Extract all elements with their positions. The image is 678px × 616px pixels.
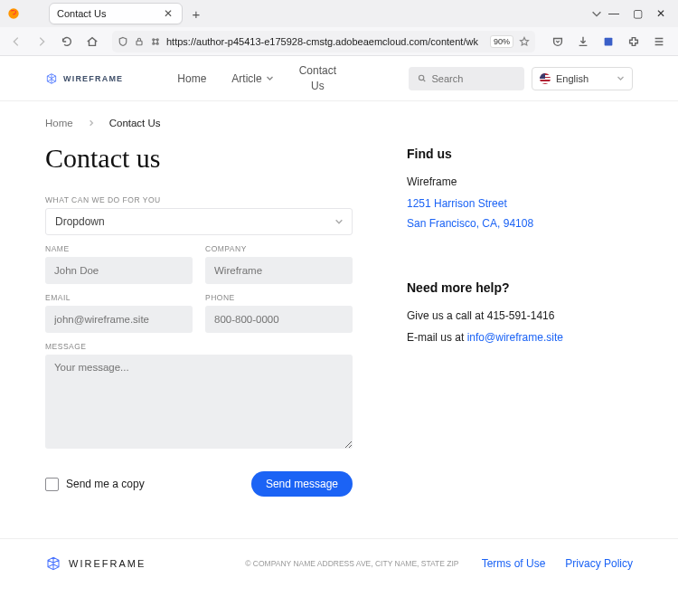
site-brand[interactable]: WIREFRAME [45,72,123,85]
contact-form: Contact us WHAT CAN WE DO FOR YOU Dropdo… [45,137,353,497]
downloads-icon[interactable] [573,31,593,52]
checkbox-label: Send me a copy [66,478,145,490]
new-tab-button[interactable]: + [186,6,206,22]
label-message: MESSAGE [45,342,353,351]
browser-tab[interactable]: Contact Us ✕ [49,3,183,24]
nav-article[interactable]: Article [231,65,273,91]
permissions-icon [150,36,161,47]
email-link[interactable]: info@wireframe.site [467,331,563,344]
chevron-right-icon [88,119,95,127]
search-icon [418,73,426,83]
tab-close-icon[interactable]: ✕ [162,7,174,20]
footer-brand[interactable]: WIREFRAME [45,555,146,572]
terms-link[interactable]: Terms of Use [482,557,546,570]
email-input[interactable] [45,306,193,333]
language-label: English [556,73,589,84]
page-viewport: WIREFRAME Home Article ContactUs English [0,56,678,616]
company-input[interactable] [205,257,353,284]
chevron-down-icon [266,74,274,82]
main-nav: Home Article ContactUs [177,65,336,91]
email-line: E-mail us at info@wireframe.site [407,331,633,344]
tab-bar: Contact Us ✕ + — ▢ ✕ [0,0,678,27]
brand-cube-icon [45,72,58,85]
account-icon[interactable] [598,31,618,52]
zoom-badge[interactable]: 90% [490,35,513,48]
send-copy-checkbox[interactable]: Send me a copy [45,478,145,491]
breadcrumb-current: Contact Us [109,118,161,128]
extensions-icon[interactable] [624,31,644,52]
firefox-logo-icon [4,7,24,20]
search-input[interactable] [431,73,515,84]
pocket-icon[interactable] [548,31,568,52]
page-title: Contact us [45,143,353,174]
close-window-button[interactable]: ✕ [654,7,667,20]
company-name: Wireframe [407,175,633,188]
breadcrumb: Home Contact Us [45,101,633,137]
nav-home[interactable]: Home [177,65,206,91]
svg-point-7 [419,75,423,80]
url-text: https://author-p45413-e175928-cmstg.adob… [166,36,485,47]
brand-text: WIREFRAME [63,74,123,83]
svg-rect-6 [605,37,613,45]
name-input[interactable] [45,257,193,284]
shield-icon [118,36,128,47]
site-footer: WIREFRAME © COMPANY NAME ADDRESS AVE, CI… [0,538,678,599]
minimize-button[interactable]: — [607,7,620,20]
brand-cube-icon [45,555,61,572]
message-textarea[interactable] [45,355,353,449]
address-bar[interactable]: https://author-p45413-e175928-cmstg.adob… [112,31,535,52]
home-button[interactable] [81,31,103,52]
tab-title: Contact Us [57,8,162,19]
site-header: WIREFRAME Home Article ContactUs English [0,56,678,101]
browser-chrome: Contact Us ✕ + — ▢ ✕ https://author-p454… [0,0,678,56]
address-line1-link[interactable]: 1251 Harrison Street [407,197,633,210]
maximize-button[interactable]: ▢ [631,7,644,20]
label-name: NAME [45,244,193,253]
lock-icon [134,36,145,47]
label-phone: PHONE [205,293,353,302]
call-line: Give us a call at 415-591-1416 [407,309,633,322]
bookmark-star-icon[interactable] [519,36,530,47]
checkbox-box[interactable] [45,478,59,491]
footer-links: Terms of Use Privacy Policy [482,557,633,570]
browser-toolbar: https://author-p45413-e175928-cmstg.adob… [0,27,678,56]
language-selector[interactable]: English [532,67,633,90]
forward-button[interactable] [31,31,52,52]
label-what: WHAT CAN WE DO FOR YOU [45,195,353,204]
chevron-down-icon[interactable] [586,3,607,24]
need-help-heading: Need more help? [407,280,633,295]
window-controls: — ▢ ✕ [607,7,674,20]
dropdown-value: Dropdown [45,208,353,235]
reload-button[interactable] [56,31,78,52]
footer-copyright: © COMPANY NAME ADDRESS AVE, CITY NAME, S… [245,559,458,568]
label-company: COMPANY [205,244,353,253]
back-button[interactable] [5,31,27,52]
send-message-button[interactable]: Send message [251,471,353,497]
site-search[interactable] [409,67,524,90]
app-menu-icon[interactable] [649,31,669,52]
find-us-heading: Find us [407,147,633,161]
svg-rect-1 [137,41,142,45]
flag-us-icon [540,73,551,84]
topic-dropdown[interactable]: Dropdown [45,208,353,235]
chevron-down-icon [617,74,625,82]
contact-sidebar: Find us Wireframe 1251 Harrison Street S… [407,137,633,497]
privacy-link[interactable]: Privacy Policy [565,557,633,570]
phone-number: 415-591-1416 [487,309,555,322]
phone-input[interactable] [205,306,353,333]
address-line2-link[interactable]: San Francisco, CA, 94108 [407,217,633,230]
nav-contact[interactable]: ContactUs [299,65,336,91]
breadcrumb-home[interactable]: Home [45,118,73,128]
label-email: EMAIL [45,293,193,302]
